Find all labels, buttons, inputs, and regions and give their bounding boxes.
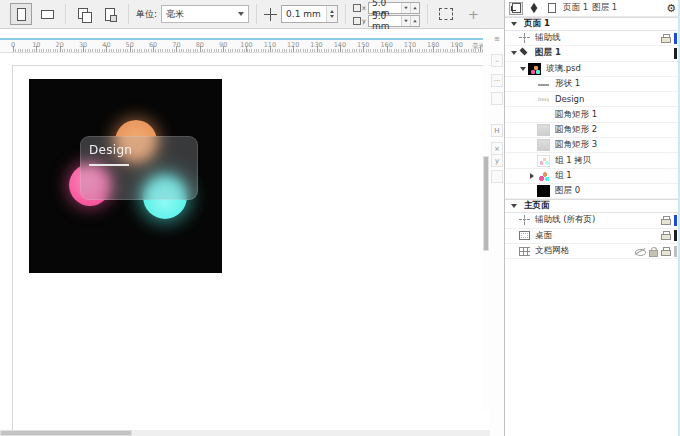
- duplicate-y-input[interactable]: 5.0 mm: [368, 15, 420, 27]
- dup-x-down-button[interactable]: [401, 3, 410, 13]
- layer-row[interactable]: 形状 1: [505, 77, 680, 92]
- layer-thumbnail: [528, 63, 541, 75]
- ruler-tick-label: 120: [287, 41, 299, 49]
- nudge-distance-value: 0.1 mm: [282, 9, 326, 19]
- layer-section-row[interactable]: 页面 1: [505, 17, 680, 31]
- vertical-scrollbar[interactable]: [483, 30, 489, 410]
- layer-color-bar[interactable]: [674, 246, 677, 257]
- layer-row[interactable]: 桌面: [505, 229, 680, 244]
- layers-icon: [529, 3, 539, 13]
- eye-off-icon[interactable]: [635, 247, 646, 256]
- layer-label: 圆角矩形 2: [555, 124, 597, 136]
- page-icon: [548, 3, 556, 13]
- separator: [345, 4, 346, 24]
- guides-icon: [519, 33, 530, 43]
- row-controls: [635, 246, 677, 257]
- layer-color-bar[interactable]: [674, 33, 677, 44]
- chevron-down-icon: [238, 12, 244, 16]
- nudge-spinner[interactable]: [326, 6, 337, 22]
- layer-row[interactable]: 辅助线 (所有页): [505, 213, 680, 228]
- current-page-label: 页面 1: [563, 2, 588, 14]
- current-page-button[interactable]: [99, 3, 121, 25]
- layer-label: 辅助线: [535, 32, 561, 44]
- portrait-icon: [17, 8, 26, 21]
- duplicate-y-value: 5.0 mm: [372, 11, 401, 31]
- layer-color-bar[interactable]: [674, 230, 677, 241]
- spin-up-icon: [413, 19, 417, 21]
- expand-arrow[interactable]: [518, 67, 528, 71]
- ruler-tick-label: 190: [450, 41, 462, 49]
- layer-row[interactable]: 文档网格: [505, 244, 680, 259]
- layer-icon: [519, 48, 530, 58]
- vertical-scrollbar-thumb[interactable]: [483, 156, 489, 251]
- ruler-tick-label: 50: [126, 41, 134, 49]
- toolbar-add-button[interactable]: +: [462, 7, 485, 22]
- dup-x-up-button[interactable]: [410, 3, 419, 13]
- row-controls: [674, 48, 677, 59]
- chevron-down-icon: [511, 22, 517, 26]
- layer-section-row[interactable]: 主页面: [505, 199, 680, 213]
- layer-thumbnail: [537, 185, 550, 197]
- ruler-tick-label: 160: [380, 41, 392, 49]
- layer-row[interactable]: 圆角矩形 3: [505, 138, 680, 153]
- layer-thumbnail: [537, 124, 550, 136]
- row-controls: [661, 33, 677, 44]
- horizontal-scrollbar[interactable]: [0, 430, 490, 436]
- ruler-tick-label: 130: [310, 41, 322, 49]
- show-pages-button[interactable]: [509, 2, 523, 15]
- printer-icon[interactable]: [661, 34, 671, 43]
- app-window: 单位: 毫米 0.1 mm x 5.0 mm: [0, 0, 680, 436]
- expand-arrow[interactable]: [527, 173, 537, 179]
- layer-label: Design: [555, 94, 584, 104]
- horizontal-ruler[interactable]: 0102030405060708090100110120130140150160…: [0, 40, 489, 53]
- ruler-tick-label: 40: [102, 41, 110, 49]
- layer-row[interactable]: 圆角矩形 1: [505, 107, 680, 122]
- portrait-page-button[interactable]: [10, 3, 32, 25]
- expand-arrow[interactable]: [509, 22, 519, 26]
- ruler-tick-label: 90: [219, 41, 227, 49]
- layer-row[interactable]: 图层 0: [505, 184, 680, 199]
- layer-row[interactable]: 辅助线: [505, 31, 680, 46]
- layer-color-bar[interactable]: [674, 215, 677, 226]
- spin-up-icon: [413, 6, 417, 8]
- show-page-button[interactable]: [545, 2, 559, 15]
- spin-down-icon: [330, 15, 334, 18]
- printer-icon[interactable]: [661, 231, 671, 240]
- horizontal-scrollbar-thumb[interactable]: [0, 430, 132, 436]
- dup-y-down-button[interactable]: [401, 16, 410, 26]
- layer-label: 图层 1: [535, 47, 561, 59]
- layer-row[interactable]: 组 1: [505, 169, 680, 184]
- layer-row[interactable]: 圆角矩形 2: [505, 123, 680, 138]
- page-arrow-icon: [512, 3, 521, 13]
- artwork-image[interactable]: Design: [29, 79, 222, 273]
- dup-y-up-button[interactable]: [410, 16, 419, 26]
- docker-options-gear-icon[interactable]: ⚙: [666, 2, 676, 15]
- chevron-down-icon: [520, 67, 526, 71]
- show-layers-button[interactable]: [527, 2, 541, 15]
- layer-thumbnail: [537, 139, 550, 151]
- expand-arrow[interactable]: [509, 204, 519, 208]
- all-pages-button[interactable]: [73, 3, 95, 25]
- layer-label: 主页面: [524, 200, 550, 212]
- layer-row[interactable]: Design: [505, 92, 680, 107]
- docker-edge-strip: ≡–···H×y: [490, 30, 504, 436]
- layer-label: 组 1 拷贝: [555, 155, 591, 167]
- printer-icon[interactable]: [661, 247, 671, 256]
- chevron-down-icon: [511, 51, 517, 55]
- layer-row[interactable]: 组 1 拷贝: [505, 153, 680, 168]
- lock-icon[interactable]: [649, 247, 658, 256]
- units-dropdown[interactable]: 毫米: [161, 5, 249, 23]
- layer-row[interactable]: 玻璃.psd: [505, 62, 680, 77]
- ruler-tick-label: 100: [240, 41, 252, 49]
- printer-icon[interactable]: [661, 216, 671, 225]
- expand-arrow[interactable]: [509, 51, 519, 55]
- row-controls: [661, 230, 677, 241]
- all-pages-icon: [78, 8, 91, 21]
- layer-row[interactable]: 图层 1: [505, 46, 680, 61]
- nudge-distance-input[interactable]: 0.1 mm: [281, 5, 338, 23]
- spin-down-icon: [404, 19, 408, 21]
- layer-color-bar[interactable]: [674, 48, 677, 59]
- landscape-page-button[interactable]: [36, 3, 58, 25]
- treat-as-filled-button[interactable]: [435, 3, 457, 25]
- ruler-tick-label: 0: [11, 41, 15, 49]
